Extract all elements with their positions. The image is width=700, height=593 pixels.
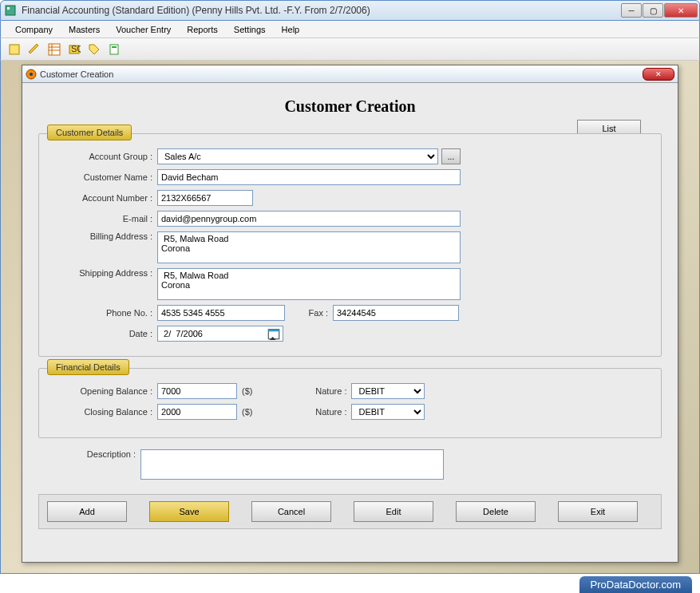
cancel-button[interactable]: Cancel bbox=[251, 501, 331, 522]
menu-voucher-entry[interactable]: Voucher Entry bbox=[108, 22, 179, 37]
main-window: Financial Accounting (Standard Edition) … bbox=[0, 0, 700, 593]
footer-brand: ProDataDoctor.com bbox=[579, 576, 692, 593]
opening-balance-label: Opening Balance : bbox=[55, 386, 157, 396]
account-number-input[interactable] bbox=[157, 190, 253, 206]
add-button[interactable]: Add bbox=[47, 501, 127, 522]
window-title: Financial Accounting (Standard Edition) … bbox=[20, 5, 620, 16]
svg-point-12 bbox=[30, 73, 33, 76]
nature-label-1: Nature : bbox=[303, 386, 351, 396]
svg-rect-14 bbox=[268, 330, 279, 332]
closing-balance-input[interactable] bbox=[157, 404, 237, 420]
app-icon bbox=[4, 4, 17, 17]
opening-balance-input[interactable] bbox=[157, 383, 237, 399]
financial-details-section: Financial Details Opening Balance : ($) … bbox=[38, 368, 662, 438]
customer-details-section: Customer Details Account Group : Sales A… bbox=[38, 133, 662, 357]
customer-details-title: Customer Details bbox=[47, 125, 132, 140]
calendar-dropdown-icon[interactable] bbox=[267, 327, 280, 340]
closing-balance-label: Closing Balance : bbox=[55, 407, 157, 417]
svg-rect-3 bbox=[49, 44, 60, 55]
account-group-label: Account Group : bbox=[55, 152, 157, 161]
toolbar-tag-icon[interactable] bbox=[85, 41, 103, 58]
shipping-label: Shipping Address : bbox=[55, 268, 157, 278]
svg-rect-9 bbox=[110, 45, 118, 54]
button-bar: Add Save Cancel Edit Delete Exit bbox=[38, 494, 662, 529]
close-button[interactable]: ✕ bbox=[664, 3, 698, 18]
description-input[interactable] bbox=[140, 449, 444, 480]
financial-details-title: Financial Details bbox=[47, 359, 129, 375]
fax-label: Fax : bbox=[285, 308, 333, 318]
billing-label: Billing Address : bbox=[55, 231, 157, 241]
nature-label-2: Nature : bbox=[303, 407, 351, 417]
toolbar-new-icon[interactable] bbox=[6, 41, 23, 58]
dialog-icon bbox=[26, 69, 37, 80]
toolbar-grid-icon[interactable] bbox=[45, 41, 63, 58]
window-controls: ─ ▢ ✕ bbox=[620, 3, 698, 18]
svg-rect-10 bbox=[112, 46, 117, 48]
menu-reports[interactable]: Reports bbox=[179, 22, 226, 37]
dialog-body: Customer Creation List Customer Details … bbox=[22, 83, 678, 537]
toolbar-doc-icon[interactable] bbox=[105, 41, 123, 58]
dialog-title: Customer Creation bbox=[40, 69, 643, 79]
nature-select-1[interactable]: DEBIT bbox=[351, 383, 425, 399]
delete-button[interactable]: Delete bbox=[456, 501, 536, 522]
toolbar-edit-icon[interactable] bbox=[26, 41, 43, 58]
menu-help[interactable]: Help bbox=[274, 22, 308, 37]
maximize-button[interactable]: ▢ bbox=[643, 3, 663, 18]
toolbar: SQ bbox=[0, 38, 700, 61]
nature-select-2[interactable]: DEBIT bbox=[351, 404, 425, 420]
phone-input[interactable] bbox=[157, 305, 285, 321]
dialog-heading: Customer Creation bbox=[38, 91, 662, 122]
phone-label: Phone No. : bbox=[55, 308, 157, 318]
currency-label-1: ($) bbox=[242, 386, 252, 396]
minimize-button[interactable]: ─ bbox=[621, 3, 642, 18]
dialog-titlebar: Customer Creation ✕ bbox=[22, 65, 678, 83]
menu-masters[interactable]: Masters bbox=[61, 22, 108, 37]
titlebar: Financial Accounting (Standard Edition) … bbox=[0, 0, 700, 21]
billing-address-input[interactable]: R5, Malwa Road Corona bbox=[157, 231, 461, 263]
toolbar-sq-icon[interactable]: SQ bbox=[65, 41, 83, 58]
account-number-label: Account Number : bbox=[55, 193, 157, 203]
account-group-select[interactable]: Sales A/c bbox=[157, 148, 438, 164]
shipping-address-input[interactable]: R5, Malwa Road Corona bbox=[157, 268, 461, 300]
save-button[interactable]: Save bbox=[149, 501, 229, 522]
description-label: Description : bbox=[38, 449, 140, 459]
customer-creation-dialog: Customer Creation ✕ Customer Creation Li… bbox=[22, 65, 678, 563]
menu-settings[interactable]: Settings bbox=[226, 22, 274, 37]
email-input[interactable] bbox=[157, 211, 461, 227]
menu-company[interactable]: Company bbox=[7, 22, 61, 37]
menubar: Company Masters Voucher Entry Reports Se… bbox=[0, 21, 700, 38]
svg-rect-2 bbox=[10, 45, 19, 54]
fax-input[interactable] bbox=[333, 305, 459, 321]
date-label: Date : bbox=[55, 329, 157, 338]
date-input[interactable] bbox=[157, 326, 283, 342]
customer-name-label: Customer Name : bbox=[55, 172, 157, 182]
svg-rect-0 bbox=[6, 6, 15, 15]
edit-button[interactable]: Edit bbox=[354, 501, 433, 522]
customer-name-input[interactable] bbox=[157, 169, 461, 185]
svg-rect-1 bbox=[7, 7, 10, 10]
currency-label-2: ($) bbox=[242, 407, 252, 417]
email-label: E-mail : bbox=[55, 214, 157, 223]
svg-text:SQ: SQ bbox=[71, 44, 81, 53]
account-group-browse-button[interactable]: ... bbox=[441, 148, 461, 164]
exit-button[interactable]: Exit bbox=[558, 501, 638, 522]
content-area: Customer Creation ✕ Customer Creation Li… bbox=[0, 61, 700, 574]
dialog-close-button[interactable]: ✕ bbox=[643, 68, 674, 81]
